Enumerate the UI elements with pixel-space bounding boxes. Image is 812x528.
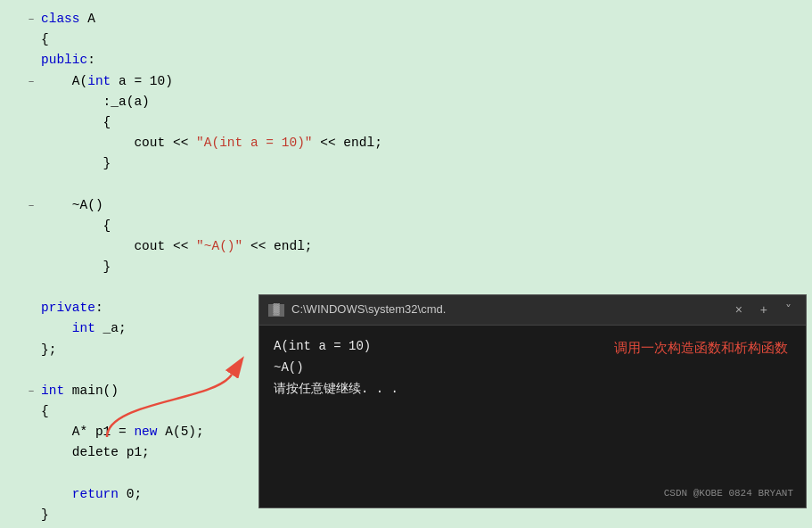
code-content: cout << "~A()" << endl; [37,236,812,257]
code-content: } [37,257,812,277]
fold-btn[interactable]: − [25,75,37,91]
code-line-10: − ~A() [0,195,812,216]
code-content: :_a(a) [37,92,812,112]
terminal-output-line-2: ~A() [274,358,791,379]
fold-btn[interactable]: − [25,199,37,215]
terminal-icon [268,304,284,317]
fold-btn[interactable]: − [25,384,37,400]
code-line-8: } [0,153,812,174]
code-content: { [37,29,812,50]
code-content: { [37,112,812,133]
code-line-7: cout << "A(int a = 10)" << endl; [0,133,812,153]
editor-area: − class A { public: − A(int a = 10) :_a(… [0,0,812,528]
terminal-chevron-button[interactable]: ˅ [780,300,797,319]
terminal-titlebar: C:\WINDOWS\system32\cmd. × + ˅ [259,295,806,326]
code-line-9 [0,175,812,195]
terminal-close-button[interactable]: × [730,300,748,319]
code-content: } [37,153,812,174]
code-line-13: } [0,257,812,277]
terminal-body: A(int a = 10) ~A() 请按任意键继续. . . 调用一次构造函数… [259,326,806,483]
terminal-output-line-3: 请按任意键继续. . . [274,379,791,400]
code-content: { [37,216,812,236]
terminal-annotation: 调用一次构造函数和析构函数 [614,336,788,359]
code-content: class A [37,9,812,29]
code-line-1: − class A [0,9,812,29]
terminal-plus-button[interactable]: + [755,300,773,319]
code-line-11: { [0,216,812,236]
red-arrow [53,348,276,455]
code-line-5: :_a(a) [0,92,812,112]
code-content: cout << "A(int a = 10)" << endl; [37,133,812,153]
code-line-3: public: [0,50,812,70]
terminal-footer: CSDN @KOBE 0824 BRYANT [259,483,806,507]
terminal-window: C:\WINDOWS\system32\cmd. × + ˅ A(int a =… [258,294,807,508]
code-line-12: cout << "~A()" << endl; [0,236,812,257]
code-line-6: { [0,112,812,133]
fold-btn[interactable]: − [25,12,37,29]
code-content: ~A() [37,195,812,216]
terminal-title: C:\WINDOWS\system32\cmd. [291,301,723,319]
code-line-4: − A(int a = 10) [0,71,812,92]
code-line-2: { [0,29,812,50]
code-content: A(int a = 10) [37,71,812,92]
code-content: public: [37,50,812,70]
